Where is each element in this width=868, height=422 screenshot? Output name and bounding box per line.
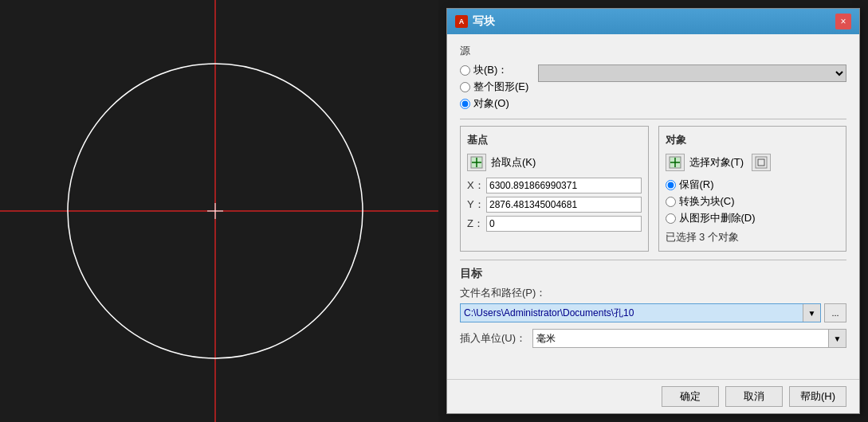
pick-point-button[interactable]	[467, 154, 486, 171]
obj-convert-label: 转换为块(C)	[679, 194, 735, 209]
object-radio-group: 保留(R) 转换为块(C) 从图形中删除(D)	[666, 178, 840, 225]
target-title: 目标	[460, 267, 846, 281]
x-coord-row: X：	[467, 178, 642, 193]
write-block-dialog: A 写块 × 源 块(B)： 整个图形(E)	[446, 8, 860, 414]
file-path-combo: ▼	[460, 303, 821, 322]
unit-label: 插入单位(U)：	[460, 331, 526, 346]
file-dropdown-button[interactable]: ▼	[803, 304, 820, 322]
source-object-option[interactable]: 对象(O)	[460, 96, 528, 111]
target-section: 目标 文件名和路径(P)： ▼ ... 插入单位(U)： ▼	[460, 267, 846, 348]
z-coord-row: Z：	[467, 216, 642, 232]
dialog-footer: 确定 取消 帮助(H)	[447, 379, 859, 413]
dialog-titlebar: A 写块 ×	[447, 9, 859, 34]
unit-dropdown-button[interactable]: ▼	[828, 330, 846, 347]
source-block-dropdown[interactable]	[538, 64, 846, 82]
obj-convert-radio[interactable]	[666, 197, 676, 207]
divider2	[460, 260, 846, 260]
middle-section: 基点 拾取点(K) X：	[460, 126, 846, 252]
object-title: 对象	[666, 133, 840, 147]
dialog-content: 源 块(B)： 整个图形(E) 对象(O)	[447, 34, 859, 379]
source-object-radio[interactable]	[460, 99, 470, 109]
z-label: Z：	[467, 217, 481, 231]
unit-combo: ▼	[532, 329, 846, 348]
source-whole-option[interactable]: 整个图形(E)	[460, 80, 528, 94]
source-radio-group: 块(B)： 整个图形(E) 对象(O)	[460, 63, 528, 111]
close-button[interactable]: ×	[835, 14, 851, 29]
pick-btn-row: 拾取点(K)	[467, 154, 642, 171]
source-block-radio[interactable]	[460, 65, 470, 76]
file-path-input[interactable]	[461, 304, 803, 322]
obj-delete-label: 从图形中删除(D)	[679, 211, 756, 225]
x-input[interactable]	[486, 178, 642, 193]
y-coord-row: Y：	[467, 197, 642, 213]
y-input[interactable]	[486, 197, 642, 213]
dialog-area: A 写块 × 源 块(B)： 整个图形(E)	[438, 0, 868, 422]
help-button[interactable]: 帮助(H)	[789, 386, 846, 407]
autocad-icon: A	[455, 15, 468, 28]
basepoint-title: 基点	[467, 133, 642, 147]
selected-info: 已选择 3 个对象	[666, 230, 840, 244]
obj-convert-option[interactable]: 转换为块(C)	[666, 194, 840, 209]
obj-keep-radio[interactable]	[666, 180, 676, 190]
svg-rect-12	[756, 157, 767, 168]
source-whole-radio[interactable]	[460, 82, 470, 92]
source-block-label: 块(B)：	[473, 63, 508, 77]
browse-button[interactable]: ...	[824, 303, 846, 322]
source-block-option[interactable]: 块(B)：	[460, 63, 528, 77]
obj-keep-label: 保留(R)	[679, 178, 714, 192]
unit-input[interactable]	[533, 330, 828, 347]
source-whole-label: 整个图形(E)	[473, 80, 528, 94]
select-objects-button[interactable]	[666, 154, 685, 171]
obj-delete-radio[interactable]	[666, 213, 676, 224]
file-label: 文件名和路径(P)：	[460, 286, 846, 300]
y-label: Y：	[467, 197, 481, 212]
select-icon	[669, 156, 681, 169]
divider1	[460, 119, 846, 119]
basepoint-panel: 基点 拾取点(K) X：	[460, 126, 649, 252]
titlebar-left: A 写块	[455, 14, 495, 29]
select-row: 选择对象(T)	[666, 154, 840, 171]
obj-keep-option[interactable]: 保留(R)	[666, 178, 840, 192]
x-label: X：	[467, 178, 481, 193]
select-label: 选择对象(T)	[689, 155, 744, 170]
source-object-label: 对象(O)	[473, 96, 509, 111]
file-path-row: ▼ ...	[460, 303, 846, 322]
source-label: 源	[460, 44, 846, 58]
dialog-title: 写块	[473, 14, 495, 29]
cancel-button[interactable]: 取消	[725, 386, 783, 407]
pick-label: 拾取点(K)	[491, 155, 536, 170]
z-input[interactable]	[486, 216, 642, 232]
extra-object-button[interactable]	[752, 154, 771, 171]
pick-icon	[470, 156, 483, 169]
cad-canvas	[0, 0, 438, 422]
unit-row: 插入单位(U)： ▼	[460, 329, 846, 348]
obj-delete-option[interactable]: 从图形中删除(D)	[666, 211, 840, 225]
extra-icon	[755, 156, 768, 169]
object-panel: 对象 选择对象(T)	[658, 126, 847, 252]
source-section: 源 块(B)： 整个图形(E) 对象(O)	[460, 44, 846, 111]
ok-button[interactable]: 确定	[662, 386, 719, 407]
